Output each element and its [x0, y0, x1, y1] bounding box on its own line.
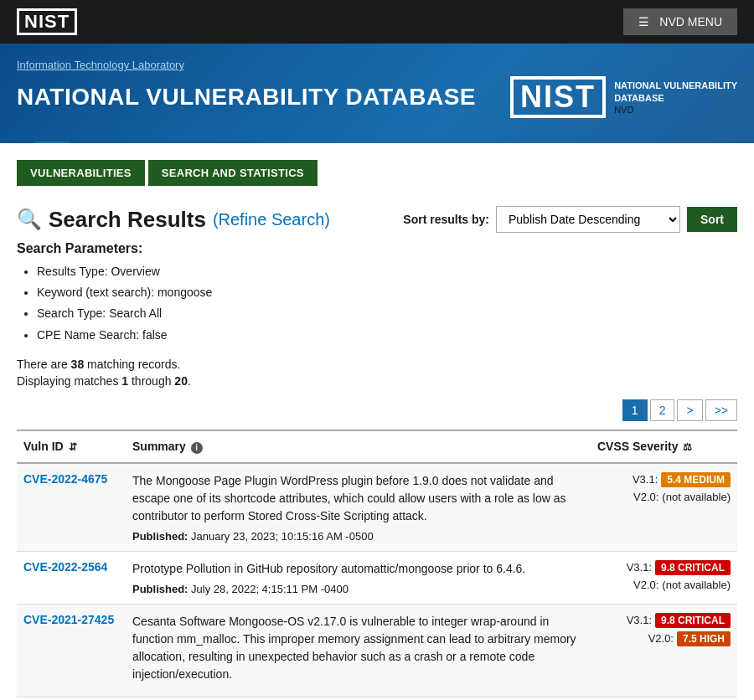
- v31-badge: 9.8 CRITICAL: [655, 613, 731, 628]
- results-title: 🔍 Search Results (Refine Search): [17, 207, 330, 233]
- nist-logo-large: NIST: [510, 76, 606, 118]
- sort-label: Sort results by:: [403, 213, 489, 226]
- page-next-button[interactable]: >: [677, 399, 702, 421]
- v20-not-available: (not available): [662, 491, 731, 503]
- table-row: CVE-2021-27425Cesanta Software Mongoose-…: [17, 604, 737, 697]
- list-item: Keyword (text search): mongoose: [37, 282, 737, 303]
- sort-area: Sort results by: Publish Date Descending…: [403, 206, 737, 233]
- list-item: Search Type: Search All: [37, 303, 737, 324]
- col-header-severity: CVSS Severity ⚖: [591, 430, 737, 463]
- col-header-summary: Summary i: [126, 430, 591, 463]
- total-count: 38: [71, 358, 85, 371]
- nist-logo: NIST: [17, 8, 77, 35]
- page-title: NATIONAL VULNERABILITY DATABASE: [17, 84, 476, 111]
- results-header: 🔍 Search Results (Refine Search) Sort re…: [17, 206, 737, 233]
- cve-link[interactable]: CVE-2022-4675: [23, 472, 107, 486]
- v20-label: V2.0:: [633, 491, 658, 503]
- tab-vulnerabilities[interactable]: VULNERABILITIES: [17, 160, 145, 186]
- v20-severity-row: V2.0:7.5 HIGH: [597, 631, 731, 646]
- v31-severity-row: V3.1:9.8 CRITICAL: [597, 613, 731, 628]
- display-end: 20: [174, 374, 188, 388]
- tab-bar: VULNERABILITIES SEARCH AND STATISTICS: [17, 160, 737, 186]
- v31-label: V3.1:: [633, 473, 658, 486]
- display-info: Displaying matches 1 through 20.: [17, 374, 737, 388]
- page-last-button[interactable]: >>: [705, 399, 737, 421]
- v20-badge: 7.5 HIGH: [677, 631, 731, 646]
- sort-select[interactable]: Publish Date DescendingPublish Date Asce…: [496, 206, 680, 233]
- summary-text: Cesanta Software Mongoose-OS v2.17.0 is …: [132, 613, 584, 683]
- v31-label: V3.1:: [627, 561, 652, 574]
- tab-search-statistics[interactable]: SEARCH AND STATISTICS: [148, 160, 318, 186]
- cve-link[interactable]: CVE-2021-27425: [23, 613, 114, 626]
- vuln-table: Vuln ID ⇵ Summary i CVSS Severity ⚖ CVE-…: [17, 430, 737, 697]
- summary-text: Prototype Pollution in GitHub repository…: [132, 560, 584, 578]
- v31-badge: 5.4 MEDIUM: [661, 472, 731, 487]
- table-row: CVE-2022-2564Prototype Pollution in GitH…: [17, 551, 737, 604]
- top-nav: NIST ☰ NVD MENU: [0, 0, 754, 44]
- list-item: Results Type: Overview: [37, 261, 737, 282]
- search-params: Search Parameters: Results Type: Overvie…: [17, 241, 737, 346]
- hamburger-icon: ☰: [638, 15, 649, 28]
- severity-sort-icon[interactable]: ⚖: [683, 441, 692, 453]
- display-start: 1: [121, 374, 128, 388]
- search-icon: 🔍: [17, 208, 42, 231]
- header-band: Information Technology Laboratory NATION…: [0, 44, 754, 143]
- nvd-label: NATIONAL VULNERABILITYDATABASE: [614, 80, 737, 106]
- v31-severity-row: V3.1:5.4 MEDIUM: [597, 472, 731, 487]
- severity-cell: V3.1:9.8 CRITICALV2.0:(not available): [591, 551, 737, 604]
- v20-severity-row: V2.0:(not available): [597, 579, 731, 591]
- published-text: Published: January 23, 2023; 10:15:16 AM…: [132, 530, 584, 543]
- list-item: CPE Name Search: false: [37, 325, 737, 346]
- search-params-title: Search Parameters:: [17, 241, 737, 256]
- page-2-button[interactable]: 2: [650, 399, 675, 421]
- page-1-button[interactable]: 1: [622, 399, 648, 421]
- pagination: 1 2 > >>: [17, 399, 737, 421]
- refine-search-link[interactable]: (Refine Search): [213, 210, 330, 229]
- v31-label: V3.1:: [627, 614, 652, 626]
- v31-severity-row: V3.1:9.8 CRITICAL: [597, 560, 731, 575]
- severity-cell: V3.1:5.4 MEDIUMV2.0:(not available): [591, 463, 737, 552]
- nvd-logo-area: NIST NATIONAL VULNERABILITYDATABASE NVD: [510, 76, 737, 118]
- v20-severity-row: V2.0:(not available): [597, 491, 731, 503]
- severity-cell: V3.1:9.8 CRITICALV2.0:7.5 HIGH: [591, 604, 737, 697]
- v20-not-available: (not available): [662, 579, 731, 591]
- published-text: Published: July 28, 2022; 4:15:11 PM -04…: [132, 583, 584, 595]
- cve-link[interactable]: CVE-2022-2564: [23, 560, 107, 574]
- vulnid-sort-icon[interactable]: ⇵: [69, 441, 77, 453]
- main-content: VULNERABILITIES SEARCH AND STATISTICS 🔍 …: [0, 143, 754, 697]
- summary-text: The Mongoose Page Plugin WordPress plugi…: [132, 472, 584, 525]
- nvd-menu-button[interactable]: ☰ NVD MENU: [623, 8, 737, 35]
- summary-info-icon[interactable]: i: [191, 442, 203, 454]
- col-header-vulnid: Vuln ID ⇵: [17, 430, 126, 463]
- v20-label: V2.0:: [648, 632, 674, 645]
- sort-button[interactable]: Sort: [687, 207, 737, 232]
- table-row: CVE-2022-4675The Mongoose Page Plugin Wo…: [17, 463, 737, 552]
- search-params-list: Results Type: Overview Keyword (text sea…: [17, 261, 737, 346]
- records-info: There are 38 matching records.: [17, 358, 737, 371]
- v31-badge: 9.8 CRITICAL: [655, 560, 731, 575]
- nvd-sub: NVD: [614, 105, 737, 115]
- itl-link[interactable]: Information Technology Laboratory: [17, 59, 184, 71]
- v20-label: V2.0:: [633, 579, 658, 591]
